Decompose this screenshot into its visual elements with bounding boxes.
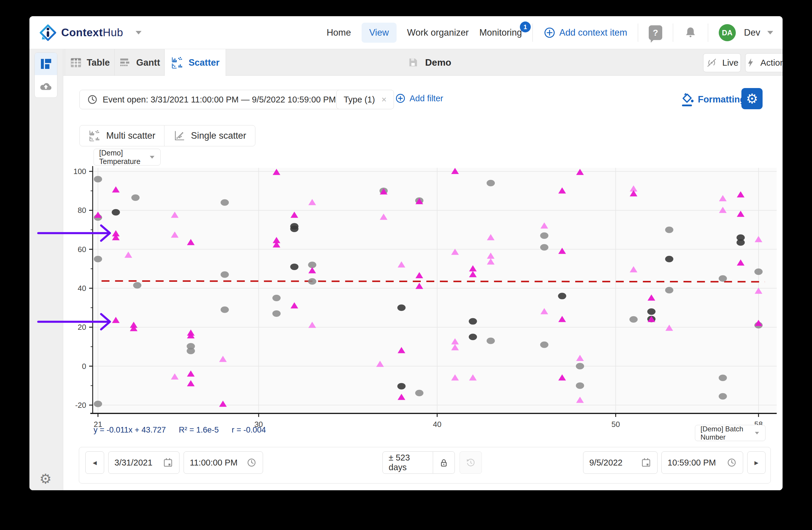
sidebar-item-upload[interactable] <box>35 75 57 97</box>
svg-text:60: 60 <box>78 245 86 254</box>
data-point-circles-gray <box>540 244 548 251</box>
nav-home[interactable]: Home <box>327 27 351 38</box>
step-forward-button[interactable]: ▸ <box>747 451 766 474</box>
data-point-circles-dark <box>736 239 745 246</box>
live-off-icon <box>706 57 718 69</box>
data-point-circles-gray <box>133 282 141 289</box>
scatter-mode-toggle: Multi scatter Single scatter <box>79 125 255 147</box>
type-filter-chip[interactable]: Type (1) × <box>336 90 394 109</box>
data-point-circles-dark <box>647 308 655 315</box>
tab-gantt[interactable]: Gantt <box>115 49 164 76</box>
end-date-field[interactable]: 9/5/2022 <box>583 451 657 474</box>
formatting-button[interactable]: Formatting <box>680 92 745 107</box>
range-days-field[interactable]: ± 523 days <box>382 451 433 474</box>
type-filter-label: Type (1) <box>344 95 375 104</box>
data-point-circles-gray <box>308 262 316 268</box>
data-point-circles-gray <box>94 176 102 182</box>
close-icon[interactable]: × <box>381 95 387 104</box>
dashboard-icon <box>40 58 52 70</box>
user-name[interactable]: Dev <box>744 27 760 38</box>
app-window: ContextHub Home View Work organizer Moni… <box>29 16 783 490</box>
data-point-circles-gray <box>187 348 195 354</box>
chevron-down-icon <box>150 156 155 159</box>
paint-bucket-icon <box>680 92 694 107</box>
data-point-circles-dark <box>665 256 673 262</box>
nav-view[interactable]: View <box>362 23 396 43</box>
chevron-down-icon[interactable] <box>136 31 142 34</box>
data-point-circles-gray <box>487 180 495 186</box>
history-icon <box>466 457 476 469</box>
reset-history-button[interactable] <box>460 451 482 474</box>
r-squared-text: R² = 1.6e-5 <box>179 426 219 435</box>
lock-range-button[interactable] <box>433 451 455 474</box>
svg-text:0: 0 <box>82 362 86 371</box>
data-point-circles-dark <box>397 305 406 311</box>
data-point-circles-gray <box>719 375 727 381</box>
gantt-icon <box>119 57 131 69</box>
end-time-field[interactable]: 10:59:00 PM <box>661 451 743 474</box>
brand-name: ContextHub <box>61 27 123 39</box>
event-filter-label: Event open: 3/31/2021 11:00:00 PM — 9/5/… <box>103 95 336 104</box>
user-avatar[interactable]: DA <box>719 24 736 41</box>
data-point-circles-dark <box>290 264 298 270</box>
chevron-down-icon[interactable] <box>767 31 773 34</box>
bell-icon[interactable] <box>684 26 697 40</box>
data-point-circles-gray <box>131 194 140 201</box>
regression-equation: y = -0.011x + 43.727 R² = 1.6e-5 r = -0.… <box>93 426 266 435</box>
svg-text:100: 100 <box>74 167 86 176</box>
single-scatter-button[interactable]: Single scatter <box>164 125 255 146</box>
tab-scatter[interactable]: Scatter <box>165 49 226 76</box>
data-point-circles-gray <box>487 338 495 344</box>
data-point-circles-gray <box>273 310 281 317</box>
step-back-button[interactable]: ◂ <box>85 451 104 474</box>
nav-monitoring[interactable]: Monitoring 1 <box>479 27 522 38</box>
data-point-circles-gray <box>665 287 673 294</box>
start-time-field[interactable]: 11:00:00 PM <box>184 451 263 474</box>
data-point-circles-gray <box>665 226 673 233</box>
x-axis-field-dropdown[interactable]: [Demo] Batch Number <box>695 425 766 441</box>
settings-gear-icon[interactable]: ⚙ <box>40 471 52 487</box>
data-point-circles-gray <box>94 401 102 407</box>
data-point-circles-gray <box>576 382 584 389</box>
add-filter-button[interactable]: Add filter <box>395 93 443 104</box>
divider <box>673 24 673 42</box>
cloud-upload-icon <box>39 80 53 93</box>
data-point-circles-dark <box>290 225 298 232</box>
nav-work-organizer[interactable]: Work organizer <box>407 27 469 38</box>
actions-button[interactable]: Actions <box>745 53 783 72</box>
scatter-chart[interactable]: 100806040200-202130405058 <box>69 162 783 429</box>
data-point-circles-gray <box>308 278 316 285</box>
calendar-icon <box>641 457 651 468</box>
sidebar-view-switcher <box>34 52 57 98</box>
multi-scatter-icon <box>171 56 184 69</box>
plus-circle-icon <box>543 27 556 39</box>
svg-text:-20: -20 <box>75 401 86 409</box>
multi-scatter-button[interactable]: Multi scatter <box>80 125 164 146</box>
brand[interactable]: ContextHub <box>40 16 142 49</box>
lock-icon <box>439 457 449 469</box>
multi-scatter-icon <box>89 129 101 142</box>
clock-icon <box>87 94 98 105</box>
data-point-circles-gray <box>719 393 727 400</box>
sidebar-item-dashboard[interactable] <box>35 53 57 75</box>
add-context-item-button[interactable]: Add context item <box>543 27 627 39</box>
top-navbar: ContextHub Home View Work organizer Moni… <box>29 16 783 49</box>
data-point-circles-dark <box>558 293 566 299</box>
divider <box>533 24 533 42</box>
data-point-circles-gray <box>221 271 229 278</box>
data-point-circles-gray <box>94 256 102 262</box>
chart-settings-button[interactable]: ⚙ <box>741 88 763 109</box>
monitoring-badge: 1 <box>520 22 531 32</box>
document-title-row: Demo <box>407 49 451 76</box>
clock-icon <box>726 457 737 468</box>
live-button[interactable]: Live <box>703 53 741 72</box>
event-open-filter[interactable]: Event open: 3/31/2021 11:00:00 PM — 9/5/… <box>79 90 343 109</box>
help-icon[interactable]: ? <box>649 25 662 40</box>
tab-table[interactable]: Table <box>65 49 115 76</box>
save-icon <box>407 57 419 68</box>
r-value-text: r = -0.004 <box>232 426 266 435</box>
chevron-down-icon <box>755 432 759 434</box>
plus-circle-icon <box>395 93 406 104</box>
start-date-field[interactable]: 3/31/2021 <box>108 451 179 474</box>
view-tabbar: Table Gantt Scatter <box>63 49 783 76</box>
